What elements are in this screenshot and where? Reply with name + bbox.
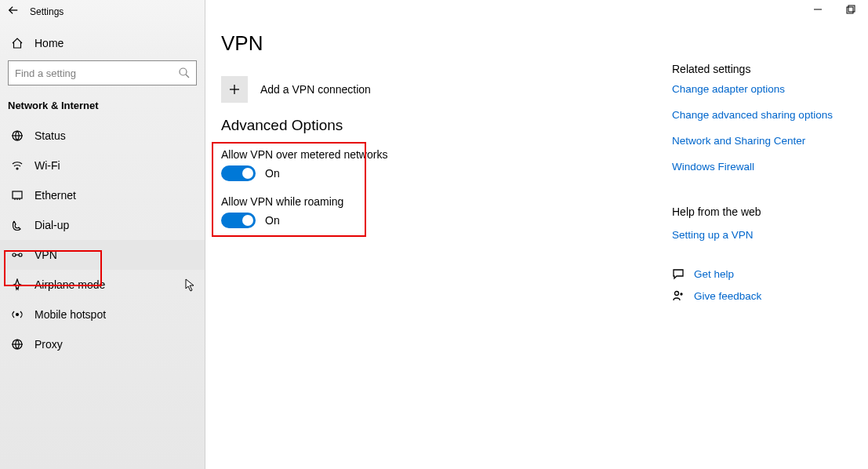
settings-sidebar: Settings Home Network & Internet Status … bbox=[0, 0, 205, 469]
svg-line-5 bbox=[186, 75, 189, 78]
toggle-state-roaming: On bbox=[265, 214, 280, 227]
sidebar-item-ethernet[interactable]: Ethernet bbox=[0, 180, 205, 210]
sidebar-item-label: Proxy bbox=[35, 338, 63, 351]
advanced-options-header: Advanced Options bbox=[221, 117, 648, 134]
related-sidebar: Related settings Change adapter options … bbox=[672, 0, 868, 469]
home-icon bbox=[11, 37, 24, 49]
svg-point-8 bbox=[16, 168, 18, 169]
svg-point-16 bbox=[16, 314, 19, 316]
main-content: VPN Add a VPN connection Advanced Option… bbox=[205, 0, 672, 469]
sidebar-item-hotspot[interactable]: Mobile hotspot bbox=[0, 300, 205, 329]
toggle-metered[interactable] bbox=[221, 165, 256, 181]
sidebar-item-airplane[interactable]: Airplane mode bbox=[0, 270, 205, 300]
sidebar-section-title: Network & Internet bbox=[0, 95, 205, 121]
svg-point-14 bbox=[19, 253, 22, 256]
sidebar-item-wifi[interactable]: Wi-Fi bbox=[0, 151, 205, 180]
search-input[interactable] bbox=[8, 60, 197, 85]
sidebar-item-label: Wi-Fi bbox=[35, 159, 60, 172]
chat-icon bbox=[672, 267, 685, 280]
vpn-icon bbox=[11, 249, 24, 261]
toggle-roaming[interactable] bbox=[221, 213, 256, 228]
sidebar-item-proxy[interactable]: Proxy bbox=[0, 329, 205, 359]
svg-rect-1 bbox=[847, 7, 853, 13]
sidebar-item-label: Ethernet bbox=[35, 189, 76, 202]
search-icon bbox=[178, 67, 191, 79]
add-vpn-label: Add a VPN connection bbox=[260, 83, 371, 96]
help-header: Help from the web bbox=[672, 205, 854, 218]
status-icon bbox=[11, 129, 24, 142]
link-firewall[interactable]: Windows Firewall bbox=[672, 161, 854, 173]
link-setup-vpn[interactable]: Setting up a VPN bbox=[672, 229, 854, 241]
ethernet-icon bbox=[11, 189, 24, 202]
toggle-label-roaming: Allow VPN while roaming bbox=[221, 195, 648, 208]
svg-rect-2 bbox=[848, 5, 855, 12]
maximize-button[interactable] bbox=[846, 5, 855, 14]
sidebar-item-label: Dial-up bbox=[35, 219, 69, 231]
link-sharing-options[interactable]: Change advanced sharing options bbox=[672, 109, 854, 121]
link-give-feedback[interactable]: Give feedback bbox=[694, 290, 761, 302]
sidebar-item-label: Status bbox=[35, 129, 66, 142]
app-title: Settings bbox=[30, 6, 64, 17]
svg-rect-9 bbox=[13, 191, 22, 198]
sidebar-item-status[interactable]: Status bbox=[0, 121, 205, 151]
link-adapter-options[interactable]: Change adapter options bbox=[672, 83, 854, 95]
proxy-icon bbox=[11, 338, 24, 351]
svg-point-4 bbox=[180, 68, 187, 75]
sidebar-home[interactable]: Home bbox=[0, 27, 205, 59]
airplane-icon bbox=[11, 278, 24, 291]
feedback-icon bbox=[672, 289, 685, 302]
link-network-center[interactable]: Network and Sharing Center bbox=[672, 135, 854, 147]
sidebar-item-dialup[interactable]: Dial-up bbox=[0, 210, 205, 240]
toggle-label-metered: Allow VPN over metered networks bbox=[221, 148, 648, 161]
sidebar-item-label: Airplane mode bbox=[35, 278, 105, 291]
svg-point-21 bbox=[675, 292, 679, 296]
sidebar-item-label: Mobile hotspot bbox=[35, 308, 106, 321]
back-button[interactable] bbox=[8, 5, 19, 18]
page-title: VPN bbox=[221, 31, 648, 56]
sidebar-item-vpn[interactable]: VPN bbox=[0, 240, 205, 270]
dialup-icon bbox=[11, 219, 24, 231]
hotspot-icon bbox=[11, 308, 24, 321]
link-get-help[interactable]: Get help bbox=[694, 268, 734, 280]
svg-point-22 bbox=[681, 293, 682, 295]
home-label: Home bbox=[35, 37, 64, 49]
wifi-icon bbox=[11, 159, 24, 172]
related-header: Related settings bbox=[672, 63, 854, 75]
sidebar-item-label: VPN bbox=[35, 249, 57, 261]
svg-point-13 bbox=[13, 253, 16, 256]
minimize-button[interactable] bbox=[813, 5, 823, 14]
add-vpn-button[interactable]: Add a VPN connection bbox=[221, 76, 648, 103]
toggle-state-metered: On bbox=[265, 167, 280, 180]
plus-icon bbox=[221, 76, 248, 103]
